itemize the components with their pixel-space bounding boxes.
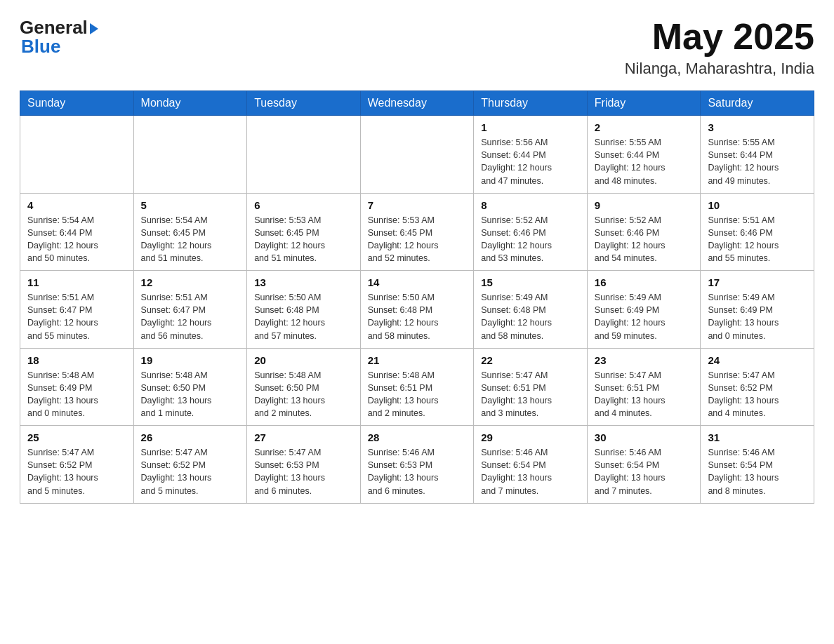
day-info: Sunrise: 5:53 AMSunset: 6:45 PMDaylight:… [368,214,467,265]
week-row-3: 11Sunrise: 5:51 AMSunset: 6:47 PMDayligh… [20,271,814,349]
day-cell-14: 14Sunrise: 5:50 AMSunset: 6:48 PMDayligh… [360,271,474,349]
day-info: Sunrise: 5:47 AMSunset: 6:52 PMDaylight:… [708,369,807,420]
day-cell-3: 3Sunrise: 5:55 AMSunset: 6:44 PMDaylight… [701,116,814,194]
day-cell-23: 23Sunrise: 5:47 AMSunset: 6:51 PMDayligh… [587,348,701,426]
day-number: 30 [595,431,694,443]
day-info: Sunrise: 5:46 AMSunset: 6:54 PMDaylight:… [481,446,580,497]
day-number: 12 [141,276,240,288]
day-cell-30: 30Sunrise: 5:46 AMSunset: 6:54 PMDayligh… [587,426,701,504]
day-number: 24 [708,354,807,366]
day-cell-8: 8Sunrise: 5:52 AMSunset: 6:46 PMDaylight… [474,193,588,271]
day-info: Sunrise: 5:49 AMSunset: 6:49 PMDaylight:… [595,291,694,342]
day-info: Sunrise: 5:47 AMSunset: 6:51 PMDaylight:… [481,369,580,420]
day-info: Sunrise: 5:49 AMSunset: 6:49 PMDaylight:… [708,291,807,342]
day-number: 15 [481,276,580,288]
day-cell-16: 16Sunrise: 5:49 AMSunset: 6:49 PMDayligh… [587,271,701,349]
day-info: Sunrise: 5:55 AMSunset: 6:44 PMDaylight:… [595,136,694,187]
title-area: May 2025 Nilanga, Maharashtra, India [625,17,814,78]
header: General Blue May 2025 Nilanga, Maharasht… [20,17,814,78]
calendar: SundayMondayTuesdayWednesdayThursdayFrid… [20,90,814,504]
day-cell-28: 28Sunrise: 5:46 AMSunset: 6:53 PMDayligh… [360,426,474,504]
day-cell-12: 12Sunrise: 5:51 AMSunset: 6:47 PMDayligh… [133,271,247,349]
day-cell-22: 22Sunrise: 5:47 AMSunset: 6:51 PMDayligh… [474,348,588,426]
day-cell-20: 20Sunrise: 5:48 AMSunset: 6:50 PMDayligh… [247,348,361,426]
day-header-wednesday: Wednesday [360,91,474,116]
day-info: Sunrise: 5:47 AMSunset: 6:51 PMDaylight:… [595,369,694,420]
week-row-2: 4Sunrise: 5:54 AMSunset: 6:44 PMDaylight… [20,193,814,271]
day-info: Sunrise: 5:46 AMSunset: 6:53 PMDaylight:… [368,446,467,497]
day-cell-17: 17Sunrise: 5:49 AMSunset: 6:49 PMDayligh… [701,271,814,349]
day-header-thursday: Thursday [474,91,588,116]
day-number: 23 [595,354,694,366]
day-info: Sunrise: 5:52 AMSunset: 6:46 PMDaylight:… [481,214,580,265]
day-number: 16 [595,276,694,288]
day-info: Sunrise: 5:55 AMSunset: 6:44 PMDaylight:… [708,136,807,187]
day-info: Sunrise: 5:54 AMSunset: 6:44 PMDaylight:… [27,214,126,265]
day-number: 20 [254,354,353,366]
month-title: May 2025 [625,17,814,57]
day-number: 17 [708,276,807,288]
day-number: 8 [481,199,580,211]
day-cell-7: 7Sunrise: 5:53 AMSunset: 6:45 PMDaylight… [360,193,474,271]
day-info: Sunrise: 5:48 AMSunset: 6:50 PMDaylight:… [254,369,353,420]
day-cell-11: 11Sunrise: 5:51 AMSunset: 6:47 PMDayligh… [20,271,134,349]
day-info: Sunrise: 5:48 AMSunset: 6:50 PMDaylight:… [141,369,240,420]
day-header-monday: Monday [133,91,247,116]
day-info: Sunrise: 5:48 AMSunset: 6:49 PMDaylight:… [27,369,126,420]
week-row-1: 1Sunrise: 5:56 AMSunset: 6:44 PMDaylight… [20,116,814,194]
day-cell-27: 27Sunrise: 5:47 AMSunset: 6:53 PMDayligh… [247,426,361,504]
day-cell-21: 21Sunrise: 5:48 AMSunset: 6:51 PMDayligh… [360,348,474,426]
day-info: Sunrise: 5:50 AMSunset: 6:48 PMDaylight:… [254,291,353,342]
day-number: 19 [141,354,240,366]
day-cell-9: 9Sunrise: 5:52 AMSunset: 6:46 PMDaylight… [587,193,701,271]
day-info: Sunrise: 5:47 AMSunset: 6:52 PMDaylight:… [141,446,240,497]
day-info: Sunrise: 5:56 AMSunset: 6:44 PMDaylight:… [481,136,580,187]
week-row-5: 25Sunrise: 5:47 AMSunset: 6:52 PMDayligh… [20,426,814,504]
day-number: 2 [595,121,694,133]
day-number: 3 [708,121,807,133]
day-number: 14 [368,276,467,288]
day-number: 6 [254,199,353,211]
day-number: 5 [141,199,240,211]
day-number: 29 [481,431,580,443]
day-cell-18: 18Sunrise: 5:48 AMSunset: 6:49 PMDayligh… [20,348,134,426]
day-cell-10: 10Sunrise: 5:51 AMSunset: 6:46 PMDayligh… [701,193,814,271]
day-cell-19: 19Sunrise: 5:48 AMSunset: 6:50 PMDayligh… [133,348,247,426]
day-number: 9 [595,199,694,211]
empty-cell [360,116,474,194]
day-info: Sunrise: 5:54 AMSunset: 6:45 PMDaylight:… [141,214,240,265]
day-number: 1 [481,121,580,133]
day-cell-15: 15Sunrise: 5:49 AMSunset: 6:48 PMDayligh… [474,271,588,349]
day-cell-25: 25Sunrise: 5:47 AMSunset: 6:52 PMDayligh… [20,426,134,504]
day-number: 18 [27,354,126,366]
day-cell-5: 5Sunrise: 5:54 AMSunset: 6:45 PMDaylight… [133,193,247,271]
day-header-sunday: Sunday [20,91,134,116]
day-info: Sunrise: 5:46 AMSunset: 6:54 PMDaylight:… [708,446,807,497]
day-info: Sunrise: 5:51 AMSunset: 6:47 PMDaylight:… [141,291,240,342]
day-number: 10 [708,199,807,211]
day-info: Sunrise: 5:51 AMSunset: 6:47 PMDaylight:… [27,291,126,342]
day-info: Sunrise: 5:50 AMSunset: 6:48 PMDaylight:… [368,291,467,342]
day-number: 25 [27,431,126,443]
day-number: 22 [481,354,580,366]
day-cell-2: 2Sunrise: 5:55 AMSunset: 6:44 PMDaylight… [587,116,701,194]
empty-cell [20,116,134,194]
day-cell-4: 4Sunrise: 5:54 AMSunset: 6:44 PMDaylight… [20,193,134,271]
day-number: 7 [368,199,467,211]
day-info: Sunrise: 5:52 AMSunset: 6:46 PMDaylight:… [595,214,694,265]
day-info: Sunrise: 5:47 AMSunset: 6:53 PMDaylight:… [254,446,353,497]
day-info: Sunrise: 5:46 AMSunset: 6:54 PMDaylight:… [595,446,694,497]
day-number: 31 [708,431,807,443]
day-cell-1: 1Sunrise: 5:56 AMSunset: 6:44 PMDaylight… [474,116,588,194]
day-number: 13 [254,276,353,288]
day-cell-6: 6Sunrise: 5:53 AMSunset: 6:45 PMDaylight… [247,193,361,271]
logo: General Blue [20,17,98,58]
day-number: 11 [27,276,126,288]
day-info: Sunrise: 5:51 AMSunset: 6:46 PMDaylight:… [708,214,807,265]
location-title: Nilanga, Maharashtra, India [625,60,814,78]
day-header-tuesday: Tuesday [247,91,361,116]
week-row-4: 18Sunrise: 5:48 AMSunset: 6:49 PMDayligh… [20,348,814,426]
day-info: Sunrise: 5:47 AMSunset: 6:52 PMDaylight:… [27,446,126,497]
day-number: 28 [368,431,467,443]
day-cell-24: 24Sunrise: 5:47 AMSunset: 6:52 PMDayligh… [701,348,814,426]
